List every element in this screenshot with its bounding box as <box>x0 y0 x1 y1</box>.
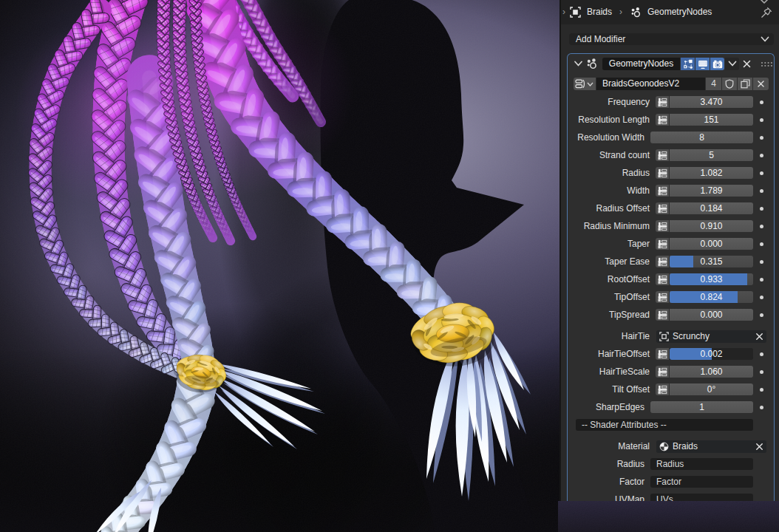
number-field[interactable]: 0° <box>670 383 753 395</box>
slider-field[interactable]: 0.002 <box>670 348 753 360</box>
modifier-properties: Frequency 3.470Resolution Length 151Reso… <box>568 54 774 501</box>
number-field[interactable]: 5 <box>670 149 753 161</box>
field-value: 1.789 <box>700 185 722 196</box>
chevron-down-icon[interactable] <box>759 0 769 5</box>
field-value: 151 <box>704 115 718 125</box>
property-row-width: Width 1.789 <box>568 185 774 197</box>
animate-decorator[interactable] <box>760 118 763 122</box>
chevron-down-icon <box>761 36 769 43</box>
input-attribute-toggle[interactable] <box>656 273 669 285</box>
property-label: TipOffset <box>568 291 650 303</box>
spreadsheet-icon <box>658 239 667 249</box>
animate-decorator[interactable] <box>760 352 763 356</box>
animate-decorator[interactable] <box>760 388 763 392</box>
animate-decorator[interactable] <box>760 313 763 317</box>
number-field[interactable]: 1.082 <box>670 167 753 179</box>
spreadsheet-icon <box>658 168 667 178</box>
animate-decorator[interactable] <box>760 370 763 374</box>
spreadsheet-icon <box>658 98 667 107</box>
number-field[interactable]: 0.000 <box>670 309 753 321</box>
number-field[interactable]: 1.789 <box>670 185 753 197</box>
number-field[interactable]: 151 <box>670 114 753 126</box>
input-attribute-toggle[interactable] <box>656 256 669 267</box>
number-field[interactable]: 1 <box>650 401 753 413</box>
property-label: Radius Minimum <box>568 220 650 232</box>
spreadsheet-icon <box>658 310 667 320</box>
animate-decorator[interactable] <box>760 189 763 193</box>
text-field[interactable]: Radius <box>650 458 753 470</box>
breadcrumb-overflow[interactable]: › <box>562 0 565 24</box>
input-attribute-toggle[interactable] <box>656 167 669 179</box>
animate-decorator[interactable] <box>760 136 763 140</box>
property-row-radius-offset: Radius Offset 0.184 <box>568 202 774 214</box>
animate-decorator[interactable] <box>760 225 763 228</box>
add-modifier-button[interactable]: Add Modifier <box>569 33 774 45</box>
input-attribute-toggle[interactable] <box>656 114 669 126</box>
slider-field[interactable]: 0.933 <box>670 273 753 285</box>
number-field[interactable]: 0.910 <box>670 220 753 232</box>
property-label: Material <box>568 440 650 452</box>
pin-icon[interactable] <box>761 7 772 19</box>
animate-decorator[interactable] <box>760 171 763 175</box>
property-row-sharpedges: SharpEdges1 <box>568 401 774 413</box>
input-attribute-toggle[interactable] <box>656 291 669 303</box>
property-label: Factor <box>568 476 644 488</box>
field-value: 3.470 <box>700 97 722 107</box>
slider-field[interactable]: 0.824 <box>670 291 753 303</box>
number-field[interactable]: 1.060 <box>670 366 753 378</box>
spreadsheet-icon <box>658 367 667 377</box>
number-field[interactable]: 3.470 <box>670 96 753 108</box>
text-field[interactable]: Factor <box>650 476 753 488</box>
property-label: Taper <box>568 238 650 250</box>
animate-decorator[interactable] <box>760 278 763 282</box>
pointer-field[interactable]: Scrunchy <box>656 330 766 343</box>
spreadsheet-icon <box>658 186 667 196</box>
input-attribute-toggle[interactable] <box>656 202 669 214</box>
property-row-resolution-width: Resolution Width8 <box>568 132 774 143</box>
breadcrumb-object[interactable]: Braids <box>587 0 612 24</box>
unlink-button[interactable] <box>755 332 764 341</box>
property-label: Width <box>568 185 650 197</box>
text-field[interactable]: -- Shader Attributes -- <box>576 419 753 431</box>
breadcrumb-modifier[interactable]: GeometryNodes <box>647 0 712 24</box>
input-attribute-toggle[interactable] <box>656 383 669 395</box>
input-attribute-toggle[interactable] <box>656 220 669 232</box>
property-label: HairTieScale <box>568 366 650 378</box>
number-field[interactable]: 0.000 <box>670 238 753 250</box>
close-icon <box>755 442 764 451</box>
modifier-panel: GeometryNodes <box>567 53 775 501</box>
input-attribute-toggle[interactable] <box>656 348 669 360</box>
animate-decorator[interactable] <box>760 242 763 246</box>
breadcrumb: › Braids › GeometryNodes <box>561 0 779 24</box>
animate-decorator[interactable] <box>760 296 763 299</box>
animate-decorator[interactable] <box>760 154 763 157</box>
spreadsheet-icon <box>658 293 667 302</box>
input-attribute-toggle[interactable] <box>656 96 669 108</box>
animate-decorator[interactable] <box>760 207 763 211</box>
animate-decorator[interactable] <box>760 260 763 264</box>
property-label: TipSpread <box>568 309 650 321</box>
property-row-factor: FactorFactor <box>568 476 774 488</box>
input-attribute-toggle[interactable] <box>656 366 669 378</box>
field-value: 1.060 <box>700 366 722 377</box>
properties-panel: › Braids › GeometryNodes <box>559 0 779 501</box>
input-attribute-toggle[interactable] <box>656 309 669 321</box>
input-attribute-toggle[interactable] <box>656 185 669 197</box>
number-field[interactable]: 8 <box>650 132 753 143</box>
animate-decorator[interactable] <box>760 100 763 104</box>
input-attribute-toggle[interactable] <box>656 238 669 250</box>
animate-decorator[interactable] <box>760 406 763 409</box>
slider-field[interactable]: 0.315 <box>670 256 753 267</box>
object-data-icon <box>570 7 581 18</box>
breadcrumb-separator: › <box>619 0 622 24</box>
unlink-button[interactable] <box>755 442 764 451</box>
number-field[interactable]: 0.184 <box>670 202 753 214</box>
text-field[interactable]: UVs <box>650 494 753 501</box>
pointer-field[interactable]: Braids <box>656 440 766 453</box>
property-row-material: Material Braids <box>568 440 774 452</box>
input-attribute-toggle[interactable] <box>656 149 669 161</box>
property-row-hairtie: HairTie Scrunchy <box>568 330 774 342</box>
property-row-radius-minimum: Radius Minimum 0.910 <box>568 220 774 232</box>
property-label: Tilt Offset <box>568 383 650 395</box>
field-text: UVs <box>650 494 673 501</box>
